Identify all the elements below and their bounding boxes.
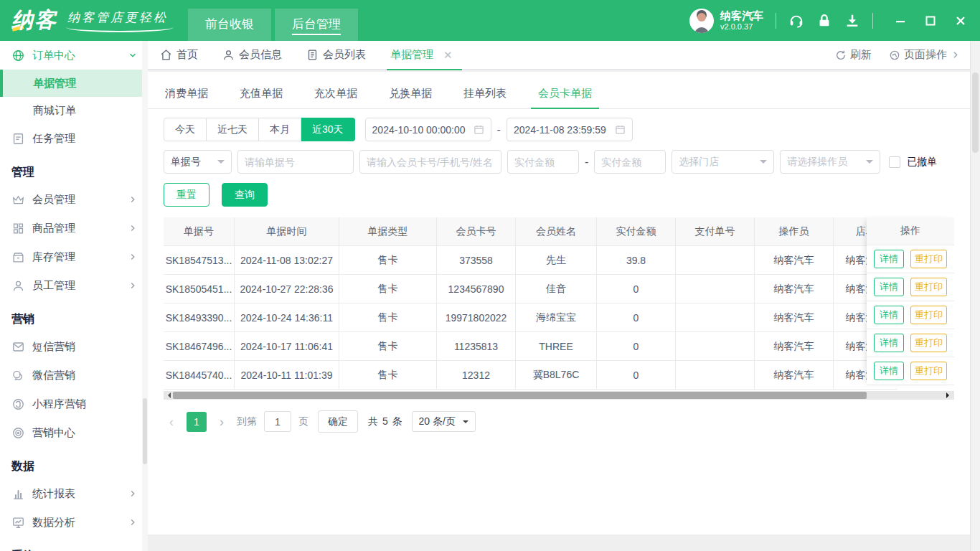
subtab-member-card[interactable]: 会员卡单据 [537,80,593,108]
amount-min-input[interactable] [507,150,579,174]
reprint-button[interactable]: 重打印 [910,250,947,268]
table-horizontal-scrollbar[interactable] [164,391,954,400]
sidebar-item-15[interactable]: 统计报表 [0,479,148,508]
analysis-icon [11,516,25,529]
globe-icon [11,49,25,62]
tab-home[interactable]: 首页 [148,41,210,70]
reprint-button[interactable]: 重打印 [910,278,947,296]
subtab-exchange[interactable]: 兑换单据 [387,80,433,108]
goto-confirm-button[interactable]: 确定 [318,410,358,433]
page-operations-button[interactable]: 页面操作 [889,48,960,62]
detail-button[interactable]: 详情 [874,334,904,352]
subtab-recharge[interactable]: 充值单据 [238,80,284,108]
sidebar-scrollbar-thumb[interactable] [143,398,147,464]
sidebar-scrollbar[interactable] [142,41,148,551]
reset-button[interactable]: 重置 [164,183,209,207]
cell: 2024-11-08 13:02:27 [234,246,339,274]
member-search-input[interactable] [359,150,501,174]
detail-button[interactable]: 详情 [874,278,904,296]
lock-icon[interactable] [816,13,832,29]
current-page-button[interactable]: 1 [187,412,207,432]
chevron-right-icon [128,252,138,262]
front-cashier-button[interactable]: 前台收银 [188,9,271,41]
field-type-select[interactable]: 单据号 [164,150,232,174]
sidebar-item-12[interactable]: 小程序营销 [0,390,148,418]
miniapp-icon [11,397,25,411]
sidebar-subitem-1[interactable]: 单据管理 [0,70,148,97]
backend-manage-button[interactable]: 后台管理 [275,9,358,41]
detail-button[interactable]: 详情 [874,250,904,268]
sidebar-item-13[interactable]: 营销中心 [0,418,148,447]
detail-button[interactable]: 详情 [874,306,904,324]
download-icon[interactable] [844,13,860,29]
reprint-button[interactable]: 重打印 [910,334,947,352]
sidebar-subitem-2[interactable]: 商城订单 [0,97,148,124]
subtab-consume[interactable]: 消费单据 [164,80,209,108]
sidebar-item-16[interactable]: 数据分析 [0,508,148,537]
cell: SK18445740... [164,361,234,389]
main-vertical-scrollbar[interactable] [970,41,980,551]
column-header-5: 实付金额 [596,217,675,245]
operator-select[interactable]: 请选择操作员 [780,150,880,174]
sidebar-item-11[interactable]: 微信营销 [0,361,148,390]
quick-7days-button[interactable]: 近七天 [207,118,259,141]
scroll-right-arrow-icon[interactable] [946,392,952,398]
tab-member-info[interactable]: 会员信息 [210,41,294,70]
cell [675,275,754,303]
vertical-scrollbar-thumb[interactable] [972,72,979,153]
app-logo: 纳客 [11,6,57,35]
scroll-left-arrow-icon[interactable] [165,392,171,398]
column-header-6: 支付单号 [675,217,754,245]
subtab-pending[interactable]: 挂单列表 [462,80,508,108]
prev-page-button[interactable]: ‹ [164,412,179,432]
total-count-label: 共 5 条 [368,415,403,428]
order-no-input[interactable] [237,150,354,174]
quick-today-button[interactable]: 今天 [164,118,207,141]
horizontal-scrollbar-thumb[interactable] [173,392,867,399]
detail-button[interactable]: 详情 [874,362,904,380]
cell: 售卡 [339,361,436,389]
column-header-1: 单据时间 [234,217,339,245]
sidebar-item-10[interactable]: 短信营销 [0,332,148,361]
action-cell: 详情重打印 [867,245,954,273]
sidebar-item-0[interactable]: 订单中心 [0,41,148,70]
app-version: v2.0.0.37 [720,22,763,32]
quick-month-button[interactable]: 本月 [259,118,301,141]
subtab-times[interactable]: 充次单据 [313,80,359,108]
sidebar-item-label: 小程序营销 [32,397,86,411]
cancelled-checkbox[interactable] [889,156,900,168]
maximize-button[interactable] [915,0,946,41]
refresh-button[interactable]: 刷新 [835,48,872,62]
action-cell: 详情重打印 [867,301,954,329]
close-window-button[interactable] [946,0,976,41]
sidebar-item-5[interactable]: 会员管理 [0,185,148,214]
cell: 佳音 [515,275,596,303]
page-size-select[interactable]: 20 条/页 [412,411,476,432]
tab-order-manage[interactable]: 单据管理 ✕ [378,41,465,70]
reprint-button[interactable]: 重打印 [910,306,947,324]
user-info[interactable]: 纳客汽车 v2.0.0.37 [689,9,763,33]
close-tab-icon[interactable]: ✕ [443,49,453,62]
window-controls [885,0,976,41]
amount-range-separator: - [585,156,588,169]
minimize-button[interactable] [885,0,915,41]
tab-member-list[interactable]: 会员列表 [294,41,378,70]
reprint-button[interactable]: 重打印 [910,362,947,380]
goto-page-input[interactable] [264,411,291,432]
sidebar-item-8[interactable]: 员工管理 [0,271,148,300]
sidebar-item-6[interactable]: 商品管理 [0,214,148,242]
cell: 0 [596,275,675,303]
store-select[interactable]: 选择门店 [672,150,774,174]
query-button[interactable]: 查询 [222,183,268,207]
sidebar-section-4: 管理 [0,153,148,185]
date-to-input[interactable] [507,118,633,141]
sidebar-item-3[interactable]: 任务管理 [0,124,148,153]
cell: 2024-10-27 22:28:36 [234,275,339,303]
customer-service-icon[interactable] [788,13,804,29]
next-page-button[interactable]: › [214,412,230,432]
amount-max-input[interactable] [594,150,666,174]
quick-30days-button[interactable]: 近30天 [301,118,355,141]
sms-icon [11,340,25,354]
sidebar-item-7[interactable]: 库存管理 [0,242,148,271]
date-from-input[interactable] [365,118,491,141]
